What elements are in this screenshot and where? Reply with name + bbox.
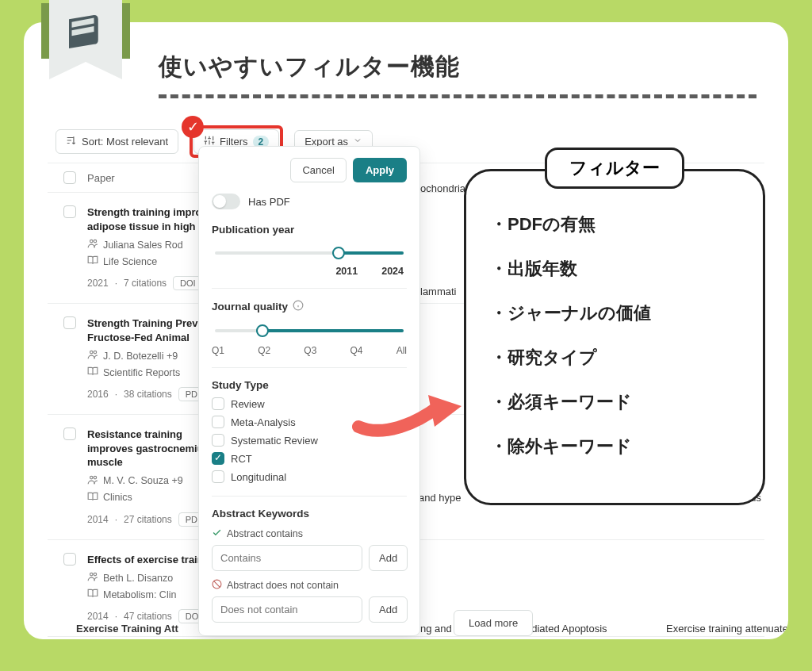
study-type-row[interactable]: RCT: [212, 452, 407, 465]
content-card: 使いやすいフィルター機能 Sort: Most relevant ✓: [24, 22, 788, 639]
callout-item: PDFの有無: [490, 213, 739, 236]
callout-tab: フィルター: [545, 148, 684, 189]
book-icon: [87, 491, 98, 504]
abstract-keywords-title: Abstract Keywords: [212, 508, 407, 520]
book-ribbon-icon: [49, 0, 122, 76]
study-type-checkbox[interactable]: [212, 470, 224, 483]
quality-tick: Q3: [304, 345, 316, 356]
paper-year: 2014: [87, 514, 109, 525]
user-icon: [87, 349, 98, 362]
journal-name: Metabolism: Clin: [103, 589, 176, 600]
study-type-checkbox[interactable]: [212, 452, 224, 465]
snippet-fragment: and hype: [419, 492, 462, 504]
pub-year-title: Publication year: [212, 224, 407, 236]
journal-name: Life Science: [103, 256, 157, 267]
callout-panel: フィルター PDFの有無出版年数ジャーナルの価値研究タイプ必須キーワード除外キー…: [464, 169, 765, 505]
heading-area: 使いやすいフィルター機能: [159, 51, 756, 98]
study-type-label: Review: [231, 398, 265, 410]
callout-item: 必須キーワード: [490, 390, 739, 414]
arrow-icon: [350, 378, 469, 449]
paper-year: 2014: [87, 611, 109, 622]
check-icon: [212, 527, 222, 540]
pub-year-labels: 2011 2024: [212, 266, 407, 277]
user-icon: [87, 571, 98, 585]
page-title: 使いやすいフィルター機能: [159, 51, 756, 83]
callout-item: 除外キーワード: [490, 435, 739, 458]
svg-point-1: [94, 240, 97, 243]
svg-point-5: [94, 476, 97, 479]
paper-year: 2021: [87, 278, 109, 289]
has-pdf-row: Has PDF: [212, 194, 407, 209]
study-type-label: Longitudinal: [231, 471, 286, 483]
quality-tick: Q2: [258, 345, 270, 356]
row-checkbox[interactable]: [63, 428, 76, 440]
row-checkbox[interactable]: [63, 553, 76, 566]
journal-name: Clinics: [103, 492, 132, 503]
author-name: Juliana Sales Rod: [103, 240, 183, 251]
svg-point-3: [94, 351, 97, 355]
svg-point-0: [90, 240, 94, 243]
not-allowed-icon: [212, 579, 222, 592]
callout-list: PDFの有無出版年数ジャーナルの価値研究タイプ必須キーワード除外キーワード: [490, 213, 739, 458]
not-contains-add-button[interactable]: Add: [369, 596, 408, 623]
sort-button[interactable]: Sort: Most relevant: [56, 129, 178, 154]
study-type-label: RCT: [231, 453, 252, 465]
pub-year-slider[interactable]: [215, 242, 404, 264]
quality-tick: All: [396, 345, 407, 356]
bottom-frag-left: Exercise Training Att: [76, 623, 178, 635]
study-type-label: Meta-Analysis: [231, 416, 296, 428]
paper-citations: 47 citations: [124, 611, 172, 622]
author-name: Beth L. Disanzo: [103, 573, 173, 584]
svg-point-2: [90, 351, 94, 355]
svg-point-4: [90, 476, 94, 479]
study-type-row[interactable]: Longitudinal: [212, 470, 407, 483]
journal-quality-slider[interactable]: [215, 320, 404, 342]
has-pdf-label: Has PDF: [248, 196, 290, 208]
pub-year-min: 2011: [335, 266, 358, 277]
row-checkbox[interactable]: [63, 205, 76, 218]
study-type-checkbox[interactable]: [212, 416, 224, 428]
paper-citations: 38 citations: [124, 389, 172, 400]
sort-label: Sort: Most relevant: [82, 136, 168, 148]
select-all-checkbox[interactable]: [63, 171, 76, 184]
quality-tick: Q1: [212, 345, 224, 356]
sort-icon: [66, 135, 77, 148]
quality-tick: Q4: [350, 345, 362, 356]
callout-item: 研究タイプ: [490, 346, 739, 370]
author-name: M. V. C. Souza +9: [103, 475, 183, 486]
contains-input-row: Add: [212, 545, 407, 571]
svg-point-6: [90, 573, 94, 577]
snippet-fragment: lammati: [420, 286, 457, 297]
cancel-button[interactable]: Cancel: [290, 158, 346, 182]
study-type-label: Systematic Review: [231, 435, 318, 447]
study-type-checkbox[interactable]: [212, 397, 224, 410]
load-more-button[interactable]: Load more: [454, 610, 533, 636]
has-pdf-toggle[interactable]: [212, 194, 240, 209]
apply-button[interactable]: Apply: [353, 158, 407, 182]
bottom-frag-right: Exercise training attenuates obesity-i: [666, 623, 788, 635]
callout-item: 出版年数: [490, 257, 739, 281]
contains-label: Abstract contains: [212, 527, 407, 540]
quality-ticks: Q1Q2Q3Q4All: [212, 345, 407, 356]
check-badge-icon: ✓: [182, 116, 204, 138]
callout-item: ジャーナルの価値: [490, 301, 739, 325]
heading-divider: [159, 94, 756, 98]
not-contains-input-row: Add: [212, 596, 407, 623]
column-paper: Paper: [87, 172, 115, 184]
pub-year-max: 2024: [381, 266, 404, 277]
not-contains-input[interactable]: [212, 596, 362, 623]
user-icon: [87, 474, 98, 488]
study-type-checkbox[interactable]: [212, 434, 224, 447]
contains-add-button[interactable]: Add: [369, 545, 408, 571]
journal-quality-title: Journal quality: [212, 300, 407, 313]
book-icon: [87, 366, 98, 379]
paper-citations: 27 citations: [124, 514, 172, 525]
book-icon: [87, 255, 98, 268]
paper-citations: 7 citations: [124, 278, 167, 289]
row-checkbox[interactable]: [63, 316, 76, 329]
journal-name: Scientific Reports: [103, 367, 180, 378]
user-icon: [87, 238, 98, 251]
svg-point-7: [94, 573, 97, 577]
info-icon[interactable]: [293, 300, 304, 313]
contains-input[interactable]: [212, 545, 362, 571]
